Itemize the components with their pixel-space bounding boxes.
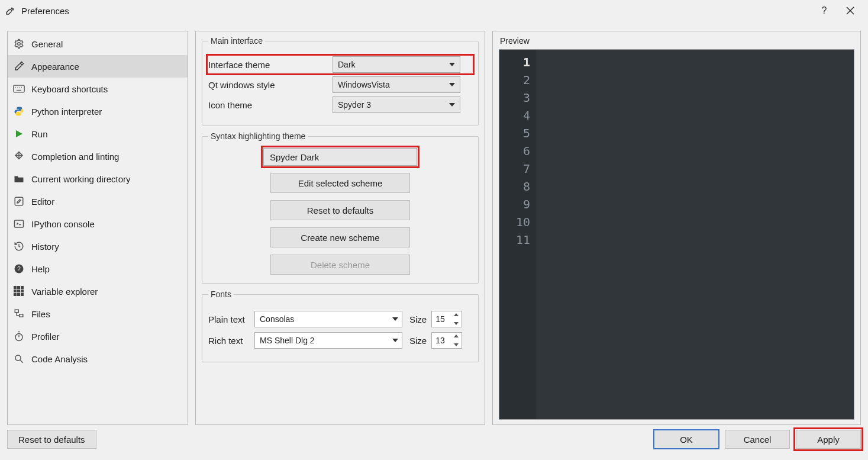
sidebar-item-label: Code Analysis	[31, 354, 88, 364]
chevron-up-icon	[454, 313, 459, 316]
qt-style-label: Qt windows style	[208, 80, 333, 90]
create-scheme-button[interactable]: Create new scheme	[270, 227, 410, 247]
sidebar-item-profiler[interactable]: Profiler	[8, 325, 188, 348]
chevron-down-icon	[449, 103, 455, 107]
sidebar-item-history[interactable]: History	[8, 235, 188, 258]
sidebar-item-variable-explorer[interactable]: Variable explorer	[8, 280, 188, 303]
dialog-footer: Reset to defaults OK Cancel Apply	[0, 430, 868, 455]
chevron-down-icon	[454, 343, 459, 346]
sidebar-item-run[interactable]: Run	[8, 123, 188, 145]
edit-scheme-button[interactable]: Edit selected scheme	[270, 173, 410, 193]
sidebar-item-help[interactable]: ? Help	[8, 258, 188, 280]
titlebar: Preferences ?	[0, 0, 868, 21]
sidebar-item-completion-linting[interactable]: Completion and linting	[8, 145, 188, 168]
folder-icon	[12, 172, 25, 185]
wrench-icon	[5, 5, 17, 17]
line-number: 6	[499, 142, 530, 160]
svg-text:?: ?	[17, 265, 21, 272]
line-number: 5	[499, 124, 530, 142]
sidebar-item-label: Run	[31, 129, 48, 139]
sidebar-item-files[interactable]: Files	[8, 303, 188, 325]
plain-text-size-spinner[interactable]: 15	[431, 311, 462, 327]
icon-theme-label: Icon theme	[208, 100, 333, 110]
sidebar-item-label: General	[31, 39, 63, 49]
icon-theme-select[interactable]: Spyder 3	[333, 96, 460, 113]
icon-theme-row: Icon theme Spyder 3	[208, 96, 472, 113]
fonts-legend: Fonts	[208, 289, 234, 299]
interface-theme-select[interactable]: Dark	[333, 56, 460, 73]
sidebar-item-label: Current working directory	[31, 174, 131, 184]
chevron-down-icon	[449, 83, 455, 86]
sidebar-item-keyboard-shortcuts[interactable]: Keyboard shortcuts	[8, 78, 188, 100]
sidebar-item-label: Help	[31, 264, 50, 274]
chevron-down-icon	[449, 63, 455, 66]
sidebar-item-general[interactable]: General	[8, 33, 188, 55]
sidebar-item-editor[interactable]: Editor	[8, 190, 188, 213]
sidebar-item-current-working-directory[interactable]: Current working directory	[8, 168, 188, 190]
svg-rect-3	[14, 85, 24, 92]
line-number-gutter: 1 2 3 4 5 6 7 8 9 10 11	[499, 50, 536, 419]
sidebar-item-label: Profiler	[31, 332, 60, 342]
line-number: 10	[499, 213, 530, 231]
sidebar-item-code-analysis[interactable]: Code Analysis	[8, 348, 188, 370]
preview-panel: Preview 1 2 3 4 5 6 7 8 9 10 11	[492, 31, 861, 425]
console-icon	[12, 217, 25, 230]
svg-rect-24	[15, 310, 18, 313]
sidebar-item-label: Appearance	[31, 62, 79, 72]
svg-rect-23	[21, 293, 24, 296]
icon-theme-value: Spyder 3	[338, 100, 371, 110]
interface-theme-label: Interface theme	[208, 60, 333, 70]
rich-text-label: Rich text	[208, 336, 250, 346]
chevron-down-icon	[392, 317, 398, 321]
sidebar-item-appearance[interactable]: Appearance	[8, 55, 188, 78]
svg-rect-19	[17, 289, 20, 292]
chevron-up-icon	[454, 334, 459, 337]
svg-rect-25	[20, 314, 23, 317]
plain-text-label: Plain text	[208, 314, 250, 324]
sidebar-item-label: Variable explorer	[31, 287, 98, 297]
svg-rect-16	[17, 286, 20, 289]
cancel-button[interactable]: Cancel	[725, 430, 790, 449]
svg-point-2	[18, 43, 21, 46]
size-label: Size	[409, 314, 427, 324]
window-title: Preferences	[21, 6, 69, 16]
syntax-highlighting-legend: Syntax highlighting theme	[208, 131, 308, 141]
rich-text-size-spinner[interactable]: 13	[431, 332, 462, 349]
line-number: 9	[499, 195, 530, 213]
rich-text-font-row: Rich text MS Shell Dlg 2 Size 13	[208, 332, 472, 349]
kite-icon	[12, 150, 25, 163]
qt-style-select[interactable]: WindowsVista	[333, 76, 460, 93]
sidebar-item-label: Files	[31, 309, 50, 319]
search-code-icon	[12, 352, 25, 365]
sidebar-item-label: History	[31, 242, 59, 252]
sidebar-item-ipython-console[interactable]: IPython console	[8, 213, 188, 235]
svg-rect-21	[14, 293, 17, 296]
apply-button[interactable]: Apply	[796, 430, 861, 449]
qt-style-row: Qt windows style WindowsVista	[208, 76, 472, 93]
history-icon	[12, 240, 25, 253]
interface-theme-row: Interface theme Dark	[208, 56, 472, 73]
size-label: Size	[409, 336, 427, 346]
sidebar-item-label: Completion and linting	[31, 152, 119, 162]
plain-text-font-value: Consolas	[260, 314, 294, 324]
reset-scheme-button[interactable]: Reset to defaults	[270, 200, 410, 220]
sidebar-item-label: Editor	[31, 197, 54, 207]
ok-button[interactable]: OK	[654, 430, 719, 449]
rich-text-size-value: 13	[435, 336, 445, 345]
svg-point-27	[15, 355, 21, 361]
qt-style-value: WindowsVista	[338, 80, 390, 89]
plain-text-font-select[interactable]: Consolas	[254, 311, 402, 327]
rich-text-font-value: MS Shell Dlg 2	[260, 336, 315, 345]
sidebar-item-label: Python interpreter	[31, 107, 102, 117]
svg-rect-18	[14, 289, 17, 292]
preview-editor: 1 2 3 4 5 6 7 8 9 10 11	[499, 49, 854, 420]
grid-icon	[12, 285, 25, 298]
syntax-highlighting-group: Syntax highlighting theme Spyder Dark Ed…	[202, 131, 479, 284]
help-button[interactable]: ?	[811, 2, 837, 20]
svg-rect-11	[15, 197, 23, 205]
close-button[interactable]	[837, 2, 863, 20]
syntax-scheme-select[interactable]: Spyder Dark	[263, 148, 417, 166]
rich-text-font-select[interactable]: MS Shell Dlg 2	[254, 332, 402, 349]
sidebar-item-python-interpreter[interactable]: Python interpreter	[8, 100, 188, 123]
reset-defaults-button[interactable]: Reset to defaults	[7, 430, 96, 449]
